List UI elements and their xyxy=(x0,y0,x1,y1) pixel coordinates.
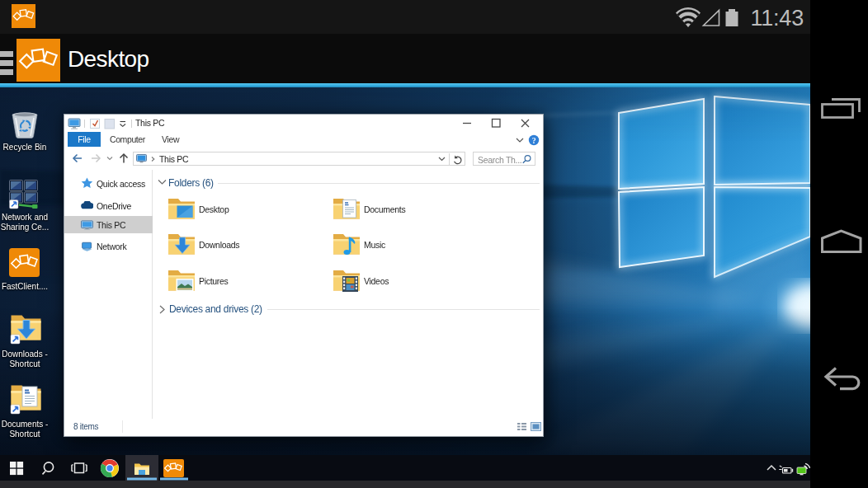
svg-text:?: ? xyxy=(532,136,536,145)
